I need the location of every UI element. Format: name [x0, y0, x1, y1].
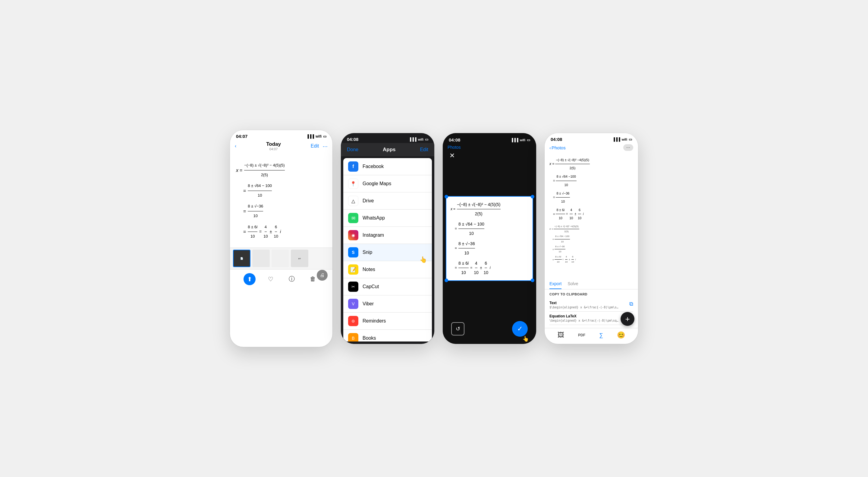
phone1-nav-subtitle: 04:07: [266, 147, 281, 151]
apps-title: Apps: [358, 147, 420, 153]
share-header: Done Apps Edit: [341, 143, 434, 156]
phone2-apps: 04:08 ▐▐▐ wifi ▭ Done Apps Edit f: [341, 133, 434, 344]
drive-icon: △: [348, 196, 358, 206]
thumbnail-2[interactable]: [252, 250, 270, 267]
phone3-time: 04:08: [449, 137, 460, 142]
phone2-status-bar: 04:08 ▐▐▐ wifi ▭: [341, 133, 434, 143]
battery-icon: ▭: [629, 137, 632, 141]
reminders-label: Reminders: [363, 318, 386, 324]
phone4-bottom-icons: 🖼 PDF ∑ 😊: [545, 328, 638, 344]
app-item-facebook[interactable]: f Facebook: [343, 158, 432, 175]
snip-icon: S: [348, 247, 358, 258]
phone3-status-bar: 04:08 ▐▐▐ wifi ▭: [443, 133, 536, 144]
phone2-time: 04:08: [347, 137, 358, 142]
fab-add-button[interactable]: +: [621, 312, 634, 326]
phone1-edit-button[interactable]: Edit: [311, 143, 319, 149]
app-item-google-maps[interactable]: 📍 Google Maps: [343, 175, 432, 193]
app-item-whatsapp[interactable]: ✉ WhatsApp: [343, 210, 432, 227]
capcut-icon: ✂: [348, 281, 358, 292]
signal-icon: ▐▐▐: [409, 137, 416, 141]
solve-tab[interactable]: Solve: [567, 279, 578, 289]
hand-cursor-confirm: 👆: [522, 336, 529, 342]
signal-icon: ▐▐▐: [613, 137, 620, 141]
app-item-instagram[interactable]: ◉ Instagram: [343, 227, 432, 244]
math-line4: = 8 ± 6i 10 = 4 10 ± 6 10: [236, 223, 327, 241]
copy-row-text: Text $\begin{aligned} x &=\frac{-(-8)\pm…: [550, 299, 633, 312]
photos-back-button[interactable]: ‹ Photos: [550, 145, 566, 150]
more-options-button[interactable]: ···: [623, 144, 633, 151]
phone4-inner: 04:08 ▐▐▐ wifi ▭ ‹ Photos ···: [545, 133, 638, 344]
battery-icon: ▭: [323, 134, 327, 139]
instagram-label: Instagram: [363, 233, 384, 238]
math-icon[interactable]: ∑: [599, 332, 603, 338]
rotate-button[interactable]: ↺: [451, 322, 464, 336]
apps-list: f Facebook 📍 Google Maps △ Drive: [343, 158, 432, 341]
done-button[interactable]: Done: [347, 147, 358, 152]
heart-button[interactable]: ♡: [265, 273, 277, 285]
app-item-drive[interactable]: △ Drive: [343, 193, 432, 210]
app-item-books[interactable]: B Books: [343, 330, 432, 341]
facebook-icon: f: [348, 161, 358, 172]
math-main-column: x = −(−8) ± √(−8)² −4(5)(5) 2(5) = 8 ± √…: [550, 156, 633, 264]
phone1-toolbar: ⬆ ♡ ⓘ 🗑: [230, 269, 333, 290]
notes-icon: 📝: [348, 264, 358, 275]
app-item-snip[interactable]: S Snip 👆: [343, 244, 432, 261]
info-button[interactable]: ⓘ: [286, 273, 298, 285]
app-item-reminders[interactable]: ⊜ Reminders: [343, 313, 432, 330]
photos-back-label[interactable]: Photos: [447, 145, 461, 150]
thumbnail-1[interactable]: 📄: [233, 250, 250, 267]
thumbnail-3[interactable]: [272, 250, 289, 267]
result-tabs: Export Solve: [545, 279, 638, 289]
apps-edit-button[interactable]: Edit: [420, 147, 428, 152]
drive-label: Drive: [363, 198, 374, 204]
phone1-math-area: x = −(−8) ± √(−8)² − 4(5)(5) 2(5) = 8 ± …: [230, 153, 333, 247]
capcut-label: CapCut: [363, 284, 379, 289]
math-line2: = 8 ± √64 − 100 10: [236, 181, 327, 200]
share-button[interactable]: ⬆: [244, 273, 255, 285]
copy-text-button[interactable]: ⧉: [629, 301, 633, 307]
app-item-viber[interactable]: V Viber: [343, 296, 432, 313]
export-tab[interactable]: Export: [550, 279, 561, 289]
scene: 04:07 ▐▐▐ wifi ▭ ‹ Today 04:07 Edit ···: [218, 118, 650, 359]
phone3-nav: Photos: [443, 144, 536, 151]
confirm-button[interactable]: ✓ 👆: [512, 321, 528, 337]
thumbnail-4[interactable]: x=: [291, 250, 308, 267]
phone4-time: 04:08: [551, 137, 562, 142]
phone3-bottom-controls: ↺ ✓ 👆: [443, 317, 536, 344]
copy-title: COPY TO CLIPBOARD: [550, 293, 633, 296]
viber-icon: V: [348, 299, 358, 309]
phone2-status-icons: ▐▐▐ wifi ▭: [409, 137, 428, 141]
pdf-icon[interactable]: PDF: [578, 333, 585, 337]
corner-tl: [444, 195, 448, 199]
instagram-icon: ◉: [348, 230, 358, 240]
books-label: Books: [363, 336, 376, 341]
battery-icon: ▭: [527, 138, 530, 142]
phone3-crop: 04:08 ▐▐▐ wifi ▭ Photos ✕: [443, 133, 536, 344]
signal-icon: ▐▐▐: [510, 138, 518, 142]
close-button[interactable]: ✕: [447, 151, 457, 160]
thumbnail-strip: 📄 x=: [230, 247, 333, 269]
corner-tr: [531, 195, 534, 199]
app-item-notes[interactable]: 📝 Notes: [343, 261, 432, 278]
phone4-status-icons: ▐▐▐ wifi ▭: [613, 137, 632, 141]
phone1-nav-title: Today: [266, 141, 281, 147]
app-item-capcut[interactable]: ✂ CapCut: [343, 278, 432, 296]
crop-math-content: x = −(−8) ± √(−8)² − 4(5)(5) 2(5) = 8 ± …: [451, 200, 528, 277]
face-icon[interactable]: 😊: [617, 331, 625, 339]
copy-text-label: Text: [550, 301, 619, 305]
phone4-math-display: x = −(−8) ± √(−8)² −4(5)(5) 2(5) = 8 ± √…: [545, 153, 638, 279]
snip-label: Snip: [363, 250, 372, 255]
google-maps-label: Google Maps: [363, 181, 391, 186]
phone1-more-button[interactable]: ···: [322, 143, 328, 150]
phone3-icons: ▐▐▐ wifi ▭: [510, 138, 530, 142]
phone1-back-button[interactable]: ‹: [235, 143, 236, 149]
math-equation: x = −(−8) ± √(−8)² − 4(5)(5) 2(5) = 8 ± …: [236, 161, 327, 241]
selection-box: x = −(−8) ± √(−8)² − 4(5)(5) 2(5) = 8 ± …: [446, 196, 533, 281]
phone4-status-bar: 04:08 ▐▐▐ wifi ▭: [545, 133, 638, 143]
math-line1: x = −(−8) ± √(−8)² − 4(5)(5) 2(5): [236, 161, 327, 179]
copy-text-value: $\begin{aligned} x &=\frac{-(-8)\pm\sqrt…: [550, 306, 619, 309]
phone4-nav: ‹ Photos ···: [545, 143, 638, 153]
copy-latex-value: \begin{aligned} x &=\frac{-(-8)\pm\sqrt{…: [550, 319, 619, 322]
image-icon[interactable]: 🖼: [558, 331, 564, 339]
whatsapp-label: WhatsApp: [363, 215, 385, 221]
